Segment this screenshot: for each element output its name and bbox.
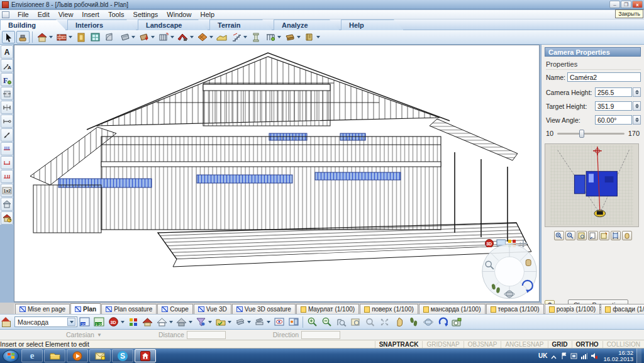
stair-tool-caret[interactable] [243, 36, 247, 38]
view-angle-input[interactable]: 60.00° [595, 115, 632, 125]
restore-button[interactable]: ❐ [621, 1, 631, 8]
sheet-tab-plan-ossature[interactable]: Plan ossature [101, 304, 157, 314]
house-section-icon[interactable] [1, 198, 13, 211]
taskbar-outlook-button[interactable] [89, 349, 111, 362]
roof-tool-caret[interactable] [190, 36, 194, 38]
roof-display-icon[interactable] [141, 316, 154, 328]
menu-file[interactable]: File [13, 10, 33, 19]
display-mode-icon[interactable] [126, 316, 140, 328]
auto-dimension-tool-icon[interactable] [1, 142, 13, 155]
tab-terrain[interactable]: Terrain [209, 20, 272, 30]
house-wizard-icon[interactable] [35, 31, 48, 43]
paint-tool-icon[interactable] [16, 31, 30, 43]
sheet-scale-icon[interactable]: 1:20 [92, 316, 106, 328]
window-tool-icon[interactable] [89, 31, 102, 43]
look-around-icon[interactable] [436, 316, 449, 328]
orbit-icon[interactable] [421, 316, 435, 328]
project-folder-caret[interactable] [228, 321, 231, 323]
target-height-stepper[interactable] [633, 101, 641, 111]
toggle-collision[interactable]: COLLISION [602, 341, 644, 348]
text-style-tool-icon[interactable]: F [1, 73, 13, 86]
language-indicator[interactable]: UK [538, 352, 547, 359]
tab-analyze[interactable]: Analyze [274, 20, 340, 30]
sheet-tab-plan[interactable]: Plan [70, 303, 101, 314]
shade-display-icon[interactable] [175, 316, 188, 328]
tab-landscape[interactable]: Landscape [138, 20, 208, 30]
grid-icon[interactable] [253, 316, 266, 328]
column-tool-icon[interactable] [249, 31, 262, 43]
wall-tool-icon[interactable] [55, 31, 68, 43]
sheet-tab-terasa[interactable]: тераса (1/100) [486, 304, 544, 314]
filter-icon[interactable] [194, 316, 208, 328]
scale-1x2-icon[interactable]: 1x2 [1, 184, 13, 197]
opening-tool-icon[interactable] [103, 31, 116, 43]
coord-mode-label[interactable]: Cartesian [66, 331, 94, 338]
toggle-gridsnap[interactable]: GRIDSNAP [422, 341, 463, 348]
view-3d-caret[interactable] [121, 321, 125, 323]
select-tool-icon[interactable] [2, 31, 15, 43]
map-pan-icon[interactable] [622, 231, 632, 240]
leader-text-tool-icon[interactable]: A [1, 59, 13, 72]
walk-icon[interactable] [407, 316, 420, 328]
menu-view[interactable]: View [54, 10, 78, 19]
roof-surface-tool-icon[interactable] [196, 31, 209, 43]
menu-window[interactable]: Window [162, 10, 196, 19]
taskbar-clock[interactable]: 16:32 16.02.2013 [601, 350, 633, 362]
railing-tool-caret[interactable] [277, 36, 281, 38]
grid-caret[interactable] [267, 321, 270, 323]
sheet-tab-poverh[interactable]: поверх (1/100) [360, 304, 418, 314]
sheet-tab-fasady[interactable]: фасади (1/100) [601, 304, 644, 314]
minimize-button[interactable]: – [609, 1, 620, 8]
tab-building[interactable]: Building [0, 20, 66, 30]
taskbar-ie-button[interactable]: e [21, 349, 43, 362]
roof-surface-caret[interactable] [209, 36, 213, 38]
title-bar[interactable]: Envisioneer 8 - [Львів робочий.bld - Pla… [0, 0, 644, 9]
pan-hand-icon[interactable] [392, 316, 406, 328]
zoom-out-icon[interactable] [320, 316, 333, 328]
sheet-tab-mansarda[interactable]: мансарда (1/100) [419, 304, 486, 314]
frame-tool-caret[interactable] [170, 36, 174, 38]
level-dropdown-icon[interactable] [67, 318, 75, 326]
sheet-tab-vue-3d[interactable]: Vue 3D [194, 304, 231, 314]
taskbar-skype-button[interactable]: S [112, 349, 133, 362]
roof-tool-icon[interactable] [176, 31, 189, 43]
direction-input[interactable] [301, 331, 340, 339]
wall-display-icon[interactable] [155, 316, 169, 328]
target-height-input[interactable]: 351.9 [595, 101, 632, 111]
camera-height-input[interactable]: 256.5 [595, 87, 632, 97]
distance-input[interactable] [187, 331, 226, 339]
volume-muted-icon[interactable] [591, 352, 597, 359]
floor-tool-icon[interactable] [118, 31, 131, 43]
menu-settings[interactable]: Settings [129, 10, 163, 19]
sheet-tab-rozriz[interactable]: розріз (1/100) [545, 304, 600, 314]
zoom-extents-icon[interactable] [378, 316, 391, 328]
wall-display-caret[interactable] [169, 321, 173, 323]
layers-caret[interactable] [247, 321, 251, 323]
materials-tool-icon[interactable] [303, 31, 316, 43]
beam-tool-icon[interactable] [283, 31, 296, 43]
sheet-tab-mise-en-page[interactable]: Mise en page [15, 304, 70, 314]
dimension-linear-tool-icon[interactable] [1, 101, 13, 114]
camera-capture-icon[interactable] [450, 316, 464, 328]
taskbar-mediaplayer-button[interactable] [67, 349, 88, 362]
house-query-icon[interactable]: ? [1, 211, 13, 225]
materials-tool-caret[interactable] [316, 36, 320, 38]
taskbar-explorer-button[interactable] [44, 349, 65, 362]
tab-help[interactable]: Help [341, 20, 404, 30]
railing-tool-icon[interactable] [264, 31, 277, 43]
map-zoom-extents-icon[interactable] [577, 231, 587, 240]
slider-handle[interactable] [579, 130, 584, 138]
toggle-grid[interactable]: GRID [548, 341, 572, 348]
sheet-tab-maurlat[interactable]: Маурлат (1/100) [296, 304, 359, 314]
dimension-edit-tool-icon[interactable] [1, 170, 13, 183]
camera-height-stepper[interactable] [633, 87, 641, 97]
toggle-ortho[interactable]: ORTHO [572, 341, 602, 348]
start-button[interactable] [3, 350, 19, 362]
insert-floor-caret[interactable] [151, 36, 155, 38]
zoom-free-icon[interactable] [364, 316, 377, 328]
drawing-canvas[interactable]: 3D [14, 45, 540, 302]
view-3d-icon[interactable]: 3D [107, 316, 120, 328]
menu-tools[interactable]: Tools [104, 10, 129, 19]
camera-name-input[interactable]: Caméra2 [567, 72, 641, 82]
text-tool-icon[interactable]: A [1, 45, 13, 59]
